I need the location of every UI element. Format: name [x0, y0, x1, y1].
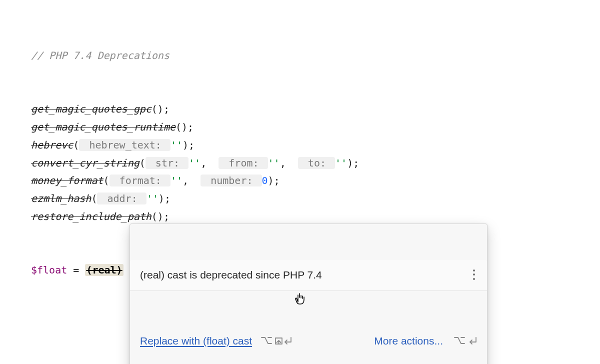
code-line-rip: restore_include_path(); [31, 210, 170, 222]
deprecated-cast[interactable]: (real) [85, 264, 123, 276]
param-hint: addr: [97, 192, 146, 204]
shortcut-hint-opt-enter [454, 336, 477, 346]
param-hint: format: [110, 174, 170, 186]
shortcut-hint-opt-shift-enter [261, 336, 292, 346]
quickfix-primary-action[interactable]: Replace with (float) cast [140, 332, 252, 350]
code-line-money: money_format( format: '', number: 0); [31, 174, 280, 186]
code-line-hebrevc: hebrevc( hebrew_text: ''); [31, 139, 194, 151]
variable: $float [31, 264, 67, 276]
deprecated-fn: ezmlm_hash [31, 192, 91, 204]
more-options-icon[interactable] [471, 268, 477, 282]
blank-line [31, 65, 600, 83]
code-line-gmq: get_magic_quotes_gpc(); [31, 103, 170, 115]
code-line-ccs: convert_cyr_string( str: '', from: '', t… [31, 157, 359, 169]
quickfix-more-actions[interactable]: More actions... [374, 332, 443, 350]
deprecated-fn: restore_include_path [31, 210, 152, 222]
param-hint: to: [298, 157, 335, 169]
deprecated-fn: get_magic_quotes_runtime [31, 121, 176, 133]
deprecated-fn: get_magic_quotes_gpc [31, 103, 152, 115]
deprecated-fn: convert_cyr_string [31, 157, 140, 169]
code-line-ezmlm: ezmlm_hash( addr: ''); [31, 192, 170, 204]
param-hint: str: [146, 157, 188, 169]
inspection-title: (real) cast is deprecated since PHP 7.4 [140, 266, 322, 284]
inspection-actions: Replace with (float) cast More actions..… [130, 327, 487, 356]
deprecated-fn: hebrevc [31, 139, 73, 151]
inspection-popup: (real) cast is deprecated since PHP 7.4 … [130, 224, 488, 364]
deprecated-fn: money_format [31, 174, 104, 186]
code-comment: // PHP 7.4 Deprecations [31, 50, 170, 62]
code-line-gmqr: get_magic_quotes_runtime(); [31, 121, 194, 133]
param-hint: number: [200, 174, 262, 186]
inspection-header: (real) cast is deprecated since PHP 7.4 [130, 260, 487, 292]
param-hint: hebrew_text: [79, 139, 170, 151]
code-editor[interactable]: // PHP 7.4 Deprecations get_magic_quotes… [0, 0, 600, 364]
param-hint: from: [218, 157, 268, 169]
